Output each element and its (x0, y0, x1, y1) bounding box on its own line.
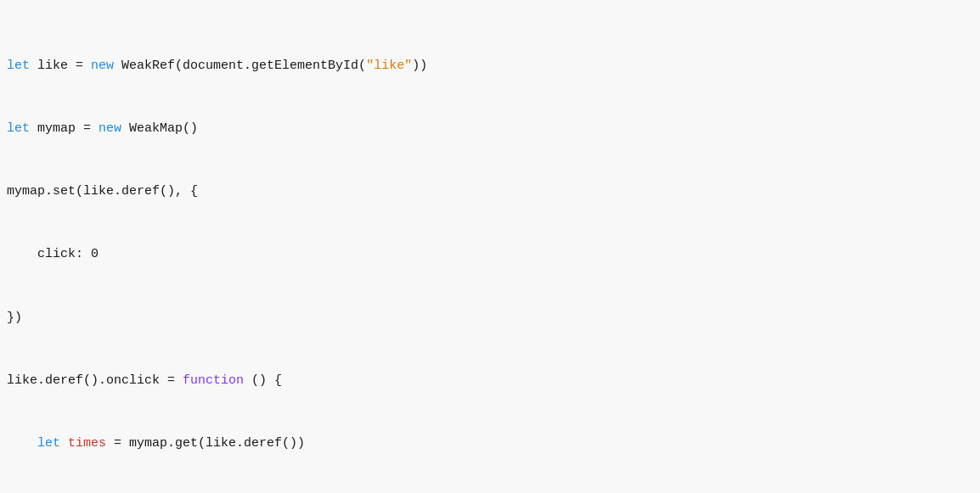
code-line-4: click: 0 (7, 244, 973, 266)
code-line-3: mymap.set(like.deref(), { (7, 182, 973, 203)
code-line-5: }) (7, 308, 973, 329)
code-line-6: like.deref().onclick = function () { (7, 371, 973, 392)
code-line-2: let mymap = new WeakMap() (7, 119, 973, 140)
code-line-1: let like = new WeakRef(document.getEleme… (7, 56, 973, 77)
code-block: let like = new WeakRef(document.getEleme… (7, 14, 973, 493)
code-container: let like = new WeakRef(document.getEleme… (0, 0, 980, 493)
code-line-7: let times = mymap.get(like.deref()) (7, 434, 973, 455)
